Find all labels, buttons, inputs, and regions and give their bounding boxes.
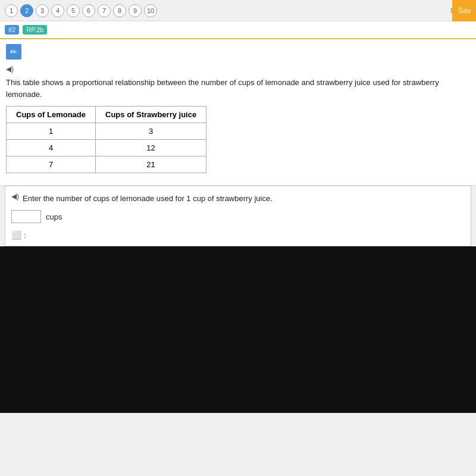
question-number-5[interactable]: 5 <box>67 4 80 17</box>
table-cell-col1-2: 7 <box>7 156 96 173</box>
table-row: 13 <box>7 123 206 140</box>
pencil-button[interactable]: ✏ <box>6 44 21 60</box>
question-number-7[interactable]: 7 <box>98 4 111 17</box>
cups-input[interactable] <box>11 210 41 223</box>
table-row: 721 <box>7 156 206 173</box>
question-number-4[interactable]: 4 <box>51 4 64 17</box>
content-area: ✏ ◀) This table shows a proportional rel… <box>0 39 476 186</box>
pencil-icon: ✏ <box>10 47 17 57</box>
answer-input-row: cups <box>11 210 465 223</box>
tag-row: #2 RP.2b <box>0 21 476 39</box>
answer-audio-icon[interactable]: ◀) <box>11 192 19 201</box>
question-number-6[interactable]: 6 <box>82 4 95 17</box>
table-cell-col2-0: 3 <box>96 123 206 140</box>
save-button[interactable]: Sav <box>452 0 476 21</box>
table-cell-col1-1: 4 <box>7 140 96 156</box>
question-number-2[interactable]: 2 <box>20 4 33 17</box>
question-number-8[interactable]: 8 <box>113 4 126 17</box>
answer-prompt-text: Enter the number of cups of lemonade use… <box>23 194 273 203</box>
table-header-col2: Cups of Strawberry juice <box>96 107 206 123</box>
question-number-10[interactable]: 10 <box>144 4 157 17</box>
black-section <box>0 246 476 413</box>
question-number-9[interactable]: 9 <box>129 4 142 17</box>
audio-icon[interactable]: ◀) <box>6 65 14 73</box>
category-tag: RP.2b <box>23 25 47 35</box>
table-cell-col2-1: 12 <box>96 140 206 156</box>
monitor-row: ⬜ : <box>11 230 465 240</box>
monitor-icon: ⬜ <box>11 230 21 240</box>
top-navigation-bar: 12345678910 ≡ 👁 Sav <box>0 0 476 21</box>
table-cell-col2-2: 21 <box>96 156 206 173</box>
answer-area: ◀) Enter the number of cups of lemonade … <box>5 186 471 246</box>
question-numbers: 12345678910 <box>5 4 157 17</box>
colon-text: : <box>24 231 26 240</box>
table-cell-col1-0: 1 <box>7 123 96 140</box>
question-number-3[interactable]: 3 <box>36 4 49 17</box>
question-text: This table shows a proportional relation… <box>6 77 470 100</box>
cups-unit-label: cups <box>46 212 62 221</box>
answer-prompt-row: ◀) Enter the number of cups of lemonade … <box>11 192 465 204</box>
table-row: 412 <box>7 140 206 156</box>
proportion-table: Cups of Lemonade Cups of Strawberry juic… <box>6 106 206 173</box>
table-header-col1: Cups of Lemonade <box>7 107 96 123</box>
question-number-1[interactable]: 1 <box>5 4 18 17</box>
question-number-tag: #2 <box>5 25 19 35</box>
